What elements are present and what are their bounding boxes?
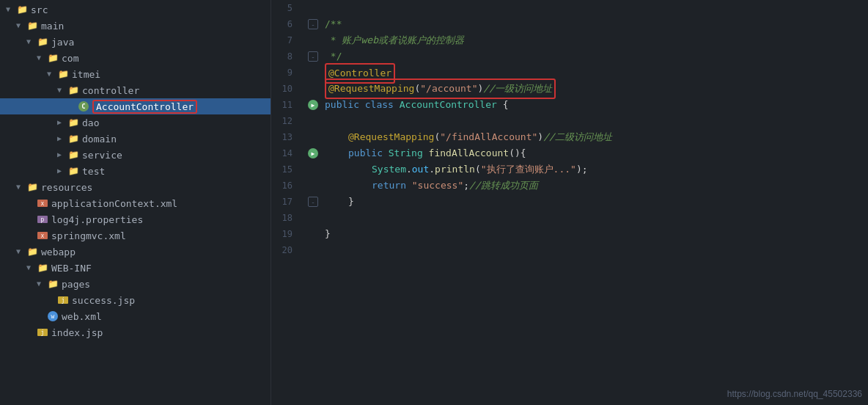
code-editor: 5 6 7 8 9 10 11 12 13 14 15 16 17 18 19 … <box>271 0 868 405</box>
file-tree[interactable]: 📁 src 📁 main 📁 java 📁 com 📁 itmei <box>0 0 271 405</box>
test-folder-icon: 📁 <box>67 165 79 177</box>
code-line-13: @RequestMapping("/findAllAccount")//二级访问… <box>325 129 868 145</box>
line-num-12: 12 <box>271 113 298 129</box>
success-jsp-icon: j <box>57 294 69 306</box>
line-num-10: 10 <box>271 81 298 97</box>
gutter-15 <box>304 161 322 178</box>
code-10-str: "/account" <box>420 83 477 94</box>
gutter-8[interactable]: - <box>304 48 322 65</box>
code-13-paren2: ) <box>537 129 543 145</box>
tree-item-service[interactable]: 📁 service <box>0 147 271 163</box>
gutter-5 <box>304 0 322 16</box>
code-line-7: * 账户web或者说账户的控制器 <box>325 32 868 48</box>
resources-label: resources <box>41 182 92 193</box>
tree-item-dao[interactable]: 📁 dao <box>0 114 271 131</box>
code-15-dot2: . <box>429 161 435 178</box>
code-14-sp2 <box>423 145 429 161</box>
tree-item-java[interactable]: 📁 java <box>0 34 271 50</box>
arrow-main <box>16 21 25 30</box>
pages-folder-icon: 📁 <box>47 278 59 290</box>
code-13-annotation: @RequestMapping <box>348 129 434 145</box>
gutter-12 <box>304 113 322 129</box>
springmvc-icon: x <box>37 230 48 241</box>
line-num-11: 11 <box>271 97 298 113</box>
tree-item-domain[interactable]: 📁 domain <box>0 131 271 147</box>
arrow-dao <box>57 118 66 127</box>
code-content[interactable]: /** * 账户web或者说账户的控制器 */ @Controller <box>322 0 868 405</box>
webinf-label: WEB-INF <box>51 263 92 274</box>
arrow-resources <box>16 183 25 191</box>
tree-item-webinf[interactable]: 📁 WEB-INF <box>0 260 271 276</box>
tree-item-success-jsp[interactable]: j success.jsp <box>0 292 271 308</box>
code-14-sp1 <box>383 145 389 161</box>
arrow-webapp <box>16 247 25 256</box>
tree-item-springmvc[interactable]: x springmvc.xml <box>0 227 271 244</box>
code-16-return: return <box>372 178 406 194</box>
line-num-5: 5 <box>271 0 298 16</box>
code-15-str: "执行了查询账户..." <box>481 161 576 178</box>
gutter-10 <box>304 81 322 97</box>
code-14-parens: (){ <box>509 145 526 161</box>
gutter-14: ▶ <box>304 145 322 161</box>
tree-item-account-controller[interactable]: C AccountController <box>0 98 271 114</box>
tree-item-itmei[interactable]: 📁 itmei <box>0 66 271 82</box>
tree-item-app-context[interactable]: x applicationContext.xml <box>0 195 271 211</box>
log4j-icon: p <box>37 214 48 225</box>
main-folder-icon: 📁 <box>26 20 38 32</box>
tree-item-web-xml[interactable]: w web.xml <box>0 308 271 324</box>
fold-17[interactable]: - <box>308 197 318 207</box>
line-num-7: 7 <box>271 32 298 48</box>
gutter-9 <box>304 65 322 81</box>
tree-item-pages[interactable]: 📁 pages <box>0 276 271 292</box>
tree-item-resources[interactable]: 📁 resources <box>0 179 271 195</box>
code-16-comment: //跳转成功页面 <box>469 178 538 194</box>
code-15-dot1: . <box>406 161 412 178</box>
code-8-comment: */ <box>325 48 342 65</box>
fold-open-6[interactable]: - <box>308 19 318 29</box>
gutter-16 <box>304 178 322 194</box>
com-folder-icon: 📁 <box>47 52 59 64</box>
controller-label: controller <box>82 85 139 96</box>
log4j-label: log4j.properties <box>51 214 143 225</box>
itmei-label: itmei <box>72 69 100 80</box>
code-13-str: "/findAllAccount" <box>440 129 537 145</box>
domain-folder-icon: 📁 <box>67 133 79 145</box>
tree-item-src[interactable]: 📁 src <box>0 1 271 18</box>
code-line-19: } <box>325 226 868 242</box>
code-line-11: public class AccountController { <box>325 97 868 113</box>
fold-close-8[interactable]: - <box>308 51 318 62</box>
pages-label: pages <box>62 279 90 290</box>
tree-item-test[interactable]: 📁 test <box>0 163 271 179</box>
line-num-16: 16 <box>271 178 298 194</box>
code-11-sp2 <box>394 97 400 113</box>
arrow-controller <box>57 86 66 95</box>
gutter: - - ▶ <box>304 0 322 405</box>
code-19-brace: } <box>325 226 331 242</box>
java-label: java <box>51 37 74 48</box>
code-14-public: public <box>348 145 383 161</box>
code-13-comment: //二级访问地址 <box>543 129 612 145</box>
webapp-folder-icon: 📁 <box>26 246 38 258</box>
itmei-folder-icon: 📁 <box>57 68 69 80</box>
tree-item-main[interactable]: 📁 main <box>0 18 271 34</box>
gutter-6[interactable]: - <box>304 16 322 32</box>
gutter-17[interactable]: - <box>304 194 322 210</box>
code-7-comment: * <box>325 32 342 48</box>
code-16-sp <box>406 178 412 194</box>
code-13-paren1: ( <box>434 129 440 145</box>
code-line-5 <box>325 0 868 16</box>
tree-item-com[interactable]: 📁 com <box>0 50 271 66</box>
arrow-webinf <box>26 263 35 272</box>
tree-item-webapp[interactable]: 📁 webapp <box>0 244 271 260</box>
account-controller-icon: C <box>78 101 89 112</box>
index-jsp-label: index.jsp <box>51 327 103 338</box>
tree-item-index-jsp[interactable]: j index.jsp <box>0 324 271 340</box>
arrow-java <box>26 37 35 46</box>
gutter-18 <box>304 210 322 226</box>
arrow-itmei <box>47 70 56 79</box>
code-10-comment: //一级访问地址 <box>483 83 552 94</box>
index-jsp-icon: j <box>37 326 48 338</box>
code-11-class: class <box>365 97 394 113</box>
tree-item-controller[interactable]: 📁 controller <box>0 82 271 98</box>
tree-item-log4j[interactable]: p log4j.properties <box>0 211 271 227</box>
